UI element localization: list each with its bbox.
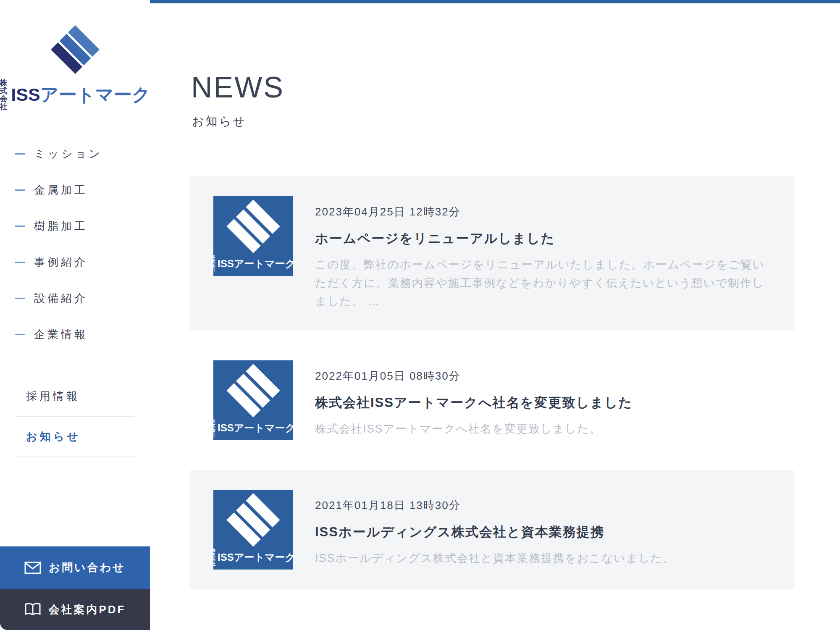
- news-thumbnail-logo: 株式 会社 ISSアートマーク: [213, 360, 293, 440]
- company-logo[interactable]: 株式 会社 ISSアートマーク: [0, 24, 150, 111]
- news-item-3[interactable]: 株式 会社 ISSアートマーク 2021年01月18日 13時30分 ISSホー…: [190, 470, 794, 589]
- thumb-company-name: ISSアートマーク: [218, 551, 295, 564]
- news-title: 株式会社ISSアートマークへ社名を変更致しました: [315, 394, 775, 412]
- nav-dash-icon: [15, 189, 25, 191]
- news-item-1[interactable]: 株式 会社 ISSアートマーク 2023年04月25日 12時32分 ホームペー…: [190, 176, 794, 331]
- thumb-company-name: ISSアートマーク: [218, 257, 295, 270]
- news-date: 2021年01月18日 13時30分: [315, 498, 775, 513]
- news-excerpt: この度、弊社のホームページをリニューアルいたしました。ホームページをご覧いただく…: [315, 256, 775, 311]
- company-pdf-button[interactable]: 会社案内PDF: [0, 589, 150, 630]
- nav-dash-icon: [15, 153, 25, 155]
- sidebar-item-mission[interactable]: ミッション: [0, 136, 150, 172]
- logo-diamond-icon: [50, 24, 100, 75]
- logo-company-prefix: 株式 会社: [0, 79, 7, 111]
- thumb-company-prefix: 株式 会社: [211, 549, 215, 566]
- contact-button-label: お問い合わせ: [49, 560, 125, 575]
- contact-button[interactable]: お問い合わせ: [0, 546, 150, 589]
- sidebar-item-news-active[interactable]: お知らせ: [0, 417, 150, 457]
- pdf-button-label: 会社案内PDF: [49, 602, 126, 617]
- news-item-2[interactable]: 株式 会社 ISSアートマーク 2022年01月05日 08時30分 株式会社I…: [190, 341, 794, 460]
- sidebar-nav: ミッション 金属加工 樹脂加工 事例紹介 設備紹介 企業情報: [0, 136, 150, 352]
- thumb-company-name: ISSアートマーク: [218, 421, 295, 435]
- news-title: ISSホールディングス株式会社と資本業務提携: [315, 523, 775, 541]
- logo-company-name: ISSアートマーク: [11, 83, 150, 107]
- thumb-company-prefix: 株式 会社: [211, 255, 215, 273]
- open-book-icon: [24, 603, 41, 616]
- news-thumbnail-logo: 株式 会社 ISSアートマーク: [213, 196, 293, 276]
- logo-diamond-icon: [226, 364, 280, 417]
- top-accent-bar: [150, 0, 840, 3]
- thumb-company-prefix: 株式 会社: [211, 419, 215, 437]
- news-list: 株式 会社 ISSアートマーク 2023年04月25日 12時32分 ホームペー…: [190, 176, 794, 599]
- news-date: 2022年01月05日 08時30分: [315, 369, 775, 383]
- sidebar-item-metal-processing[interactable]: 金属加工: [0, 172, 150, 208]
- sidebar-item-company-info[interactable]: 企業情報: [0, 316, 150, 352]
- news-excerpt: ISSホールディングス株式会社と資本業務提携をおこないました。: [315, 549, 775, 568]
- news-title: ホームページをリニューアルしました: [315, 230, 775, 247]
- sidebar-item-case-studies[interactable]: 事例紹介: [0, 244, 150, 280]
- divider: [15, 457, 134, 457]
- logo-diamond-icon: [226, 200, 280, 253]
- page-title: NEWS: [191, 71, 284, 104]
- nav-dash-icon: [15, 334, 25, 335]
- news-excerpt: 株式会社ISSアートマークへ社名を変更致しました。: [315, 420, 775, 438]
- sidebar: 株式 会社 ISSアートマーク ミッション 金属加工 樹脂加工 事例紹介 設備紹…: [0, 0, 150, 630]
- news-date: 2023年04月25日 12時32分: [315, 205, 775, 219]
- news-thumbnail-logo: 株式 会社 ISSアートマーク: [213, 490, 293, 570]
- nav-dash-icon: [15, 262, 25, 263]
- sidebar-item-equipment[interactable]: 設備紹介: [0, 280, 150, 316]
- sidebar-secondary-menu: 採用情報 お知らせ: [0, 376, 150, 457]
- sidebar-item-resin-processing[interactable]: 樹脂加工: [0, 208, 150, 244]
- sidebar-item-recruit[interactable]: 採用情報: [0, 376, 150, 416]
- logo-diamond-icon: [226, 493, 280, 547]
- nav-dash-icon: [15, 226, 25, 227]
- envelope-icon: [24, 562, 41, 574]
- nav-dash-icon: [15, 298, 25, 299]
- page-subtitle: お知らせ: [192, 113, 247, 129]
